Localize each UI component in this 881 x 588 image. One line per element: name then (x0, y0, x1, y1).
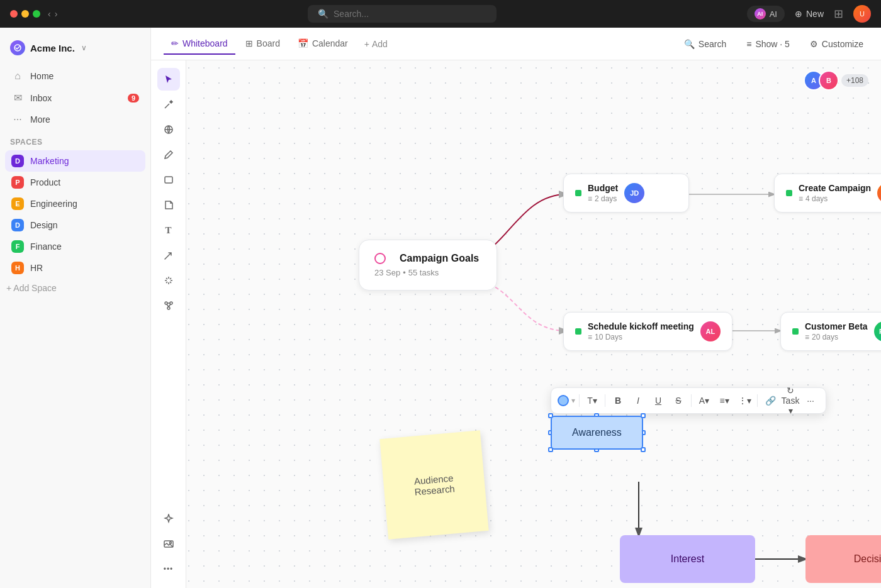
color-picker[interactable] (558, 395, 569, 406)
create-campaign-title: Create Campaign (799, 183, 871, 193)
sidebar-item-home[interactable]: ⌂ Home (5, 65, 145, 87)
font-color-button[interactable]: A▾ (695, 392, 713, 409)
brand-chevron-icon: ∨ (81, 43, 87, 52)
tab-board[interactable]: ⊞ Board (238, 33, 288, 55)
maximize-button[interactable] (33, 10, 40, 18)
sidebar-item-marketing[interactable]: D Marketing (5, 150, 145, 172)
ai-button[interactable]: AI AI (747, 6, 785, 22)
inbox-badge: 9 (128, 94, 139, 103)
customize-button[interactable]: ⚙ Customize (805, 36, 868, 52)
bold-button[interactable]: B (609, 392, 627, 409)
customer-beta-avatar: PK (874, 321, 881, 341)
tab-calendar[interactable]: 📅 Calendar (290, 33, 356, 55)
add-tab-button[interactable]: + Add (358, 34, 394, 54)
color-dropdown-icon[interactable]: ▾ (571, 396, 575, 405)
sidebar-item-hr[interactable]: H HR (5, 257, 145, 279)
sidebar-item-design[interactable]: D Design (5, 214, 145, 236)
list-button[interactable]: ⋮▾ (736, 392, 753, 409)
tool-image[interactable] (157, 533, 180, 555)
add-space-button[interactable]: + Add Space (0, 279, 150, 297)
svg-point-6 (167, 307, 170, 309)
title-bar-left: ‹ › (10, 9, 57, 19)
align-button[interactable]: ≡▾ (715, 392, 733, 409)
show-button[interactable]: ≡ Show · 5 (741, 36, 795, 52)
tool-globe[interactable] (157, 118, 180, 141)
search-icon: 🔍 (318, 9, 328, 19)
decision-box[interactable]: Decision (805, 535, 881, 583)
strikethrough-button[interactable]: S (670, 392, 687, 409)
minimize-button[interactable] (21, 10, 29, 18)
divider-1 (579, 394, 580, 407)
interest-box[interactable]: Interest (620, 535, 755, 583)
grid-icon[interactable]: ⊞ (834, 7, 843, 21)
tool-sparkle[interactable] (157, 269, 180, 292)
global-search-input[interactable] (334, 9, 486, 19)
forward-button[interactable]: › (55, 9, 58, 19)
whiteboard-canvas[interactable]: T (151, 60, 881, 588)
sidebar-brand[interactable]: Acme Inc. ∨ (0, 35, 150, 65)
tool-rect[interactable] (157, 169, 180, 191)
link-button[interactable]: 🔗 (761, 392, 779, 409)
new-icon: ⊕ (795, 9, 802, 19)
search-action-button[interactable]: 🔍 Search (679, 36, 731, 52)
content-area: ✏ Whiteboard ⊞ Board 📅 Calendar + Add (151, 28, 881, 588)
tab-whiteboard[interactable]: ✏ Whiteboard (164, 33, 235, 55)
decision-label: Decision (854, 553, 881, 565)
marketing-label: Marketing (30, 156, 69, 166)
spaces-list: D Marketing P Product E Engineering D De… (0, 150, 150, 279)
tool-more[interactable]: ••• (157, 558, 180, 580)
svg-rect-3 (165, 177, 172, 183)
create-campaign-dot (786, 190, 792, 196)
tool-connect[interactable] (157, 294, 180, 317)
text-size-button[interactable]: T▾ (583, 392, 601, 409)
campaign-goals-node[interactable]: Campaign Goals 23 Sep • 55 tasks (359, 240, 497, 291)
sidebar-item-more[interactable]: ··· More (5, 109, 145, 130)
global-search-bar[interactable]: 🔍 (308, 5, 497, 23)
budget-meta: ≡ 2 days (588, 194, 618, 203)
tool-note[interactable] (157, 194, 180, 216)
budget-node[interactable]: Budget ≡ 2 days JD (563, 174, 689, 213)
more-format-button[interactable]: ··· (802, 392, 819, 409)
design-label: Design (30, 220, 58, 230)
brand-name: Acme Inc. (30, 43, 75, 53)
customer-beta-title: Customer Beta (805, 321, 868, 331)
tool-sparkles[interactable] (157, 508, 180, 530)
schedule-kickoff-node[interactable]: Schedule kickoff meeting ≡ 10 Days AL (563, 312, 732, 351)
title-bar: ‹ › 🔍 AI AI ⊕ New ⊞ U (0, 0, 881, 28)
campaign-goals-tasks: 55 tasks (408, 268, 439, 277)
user-avatar-main[interactable]: U (853, 5, 871, 23)
create-campaign-node[interactable]: Create Campaign ≡ 4 days MK (774, 174, 881, 213)
sticky-note[interactable]: Audience Research (379, 430, 488, 539)
schedule-dot (575, 328, 581, 335)
close-button[interactable] (10, 10, 18, 18)
brand-icon (10, 40, 25, 55)
customer-beta-dot (792, 328, 799, 335)
awareness-box[interactable]: Awareness (551, 416, 643, 450)
tool-magic[interactable] (157, 93, 180, 116)
underline-button[interactable]: U (649, 392, 667, 409)
italic-button[interactable]: I (629, 392, 647, 409)
inbox-label: Inbox (30, 93, 52, 103)
sidebar-item-engineering[interactable]: E Engineering (5, 193, 145, 214)
main-layout: Acme Inc. ∨ ⌂ Home ✉ Inbox 9 ··· More S (0, 28, 881, 588)
more-label: More (30, 114, 50, 125)
new-button[interactable]: ⊕ New (795, 9, 824, 19)
task-button[interactable]: ↻ Task ▾ (782, 392, 799, 409)
tool-cursor[interactable] (157, 68, 180, 91)
customer-beta-meta: ≡ 20 days (805, 333, 868, 341)
awareness-label: Awareness (572, 427, 622, 438)
schedule-avatar: AL (700, 321, 721, 341)
sidebar-item-inbox[interactable]: ✉ Inbox 9 (5, 87, 145, 109)
user-bubble-2: B (819, 70, 839, 91)
tool-pen[interactable] (157, 143, 180, 166)
tool-text[interactable]: T (157, 219, 180, 241)
sidebar-item-product[interactable]: P Product (5, 172, 145, 193)
tool-arrow[interactable] (157, 244, 180, 267)
customer-beta-node[interactable]: Customer Beta ≡ 20 days PK (780, 312, 881, 351)
ai-icon: AI (755, 8, 766, 19)
back-button[interactable]: ‹ (48, 9, 51, 19)
tab-actions: 🔍 Search ≡ Show · 5 ⚙ Customize (679, 36, 868, 52)
sidebar-item-finance[interactable]: F Finance (5, 236, 145, 257)
app-container: ‹ › 🔍 AI AI ⊕ New ⊞ U (0, 0, 881, 588)
divider-2 (605, 394, 605, 407)
